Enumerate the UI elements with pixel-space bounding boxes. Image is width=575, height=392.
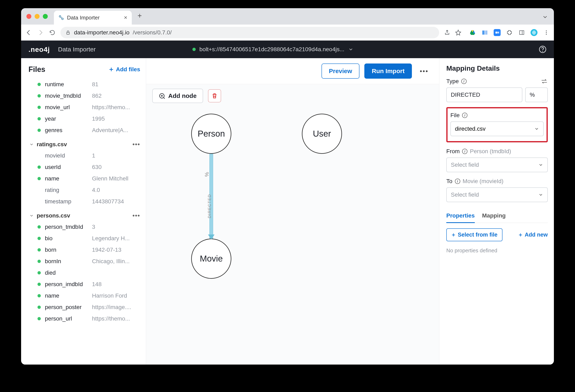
app-title: Data Importer: [58, 46, 96, 53]
browser-tab[interactable]: Data Importer ×: [54, 11, 132, 24]
field-row[interactable]: nameGlenn Mitchell: [28, 173, 142, 184]
file-group-more-icon[interactable]: •••: [132, 212, 140, 219]
to-field-select[interactable]: Select field: [446, 187, 548, 202]
field-row[interactable]: movie_urlhttps://themo...: [28, 102, 142, 113]
to-sublabel: Movie (movieId): [463, 178, 503, 184]
add-files-label: Add files: [116, 66, 140, 73]
connection-selector[interactable]: bolt+s://85474006517e1dc2988064c7a2109d4…: [192, 46, 354, 53]
node-movie[interactable]: Movie: [191, 239, 231, 279]
file-list[interactable]: runtime81movie_tmdbId862movie_urlhttps:/…: [21, 77, 146, 365]
field-name: born: [45, 247, 92, 253]
info-icon[interactable]: i: [462, 149, 467, 154]
field-row[interactable]: movie_tmdbId862: [28, 90, 142, 102]
ext-zoom-icon[interactable]: [494, 29, 501, 36]
from-field-select[interactable]: Select field: [446, 158, 548, 172]
ext-panel-icon[interactable]: [518, 29, 525, 36]
field-row[interactable]: rating4.0: [28, 184, 142, 196]
file-group-header[interactable]: persons.csv•••: [28, 207, 142, 221]
delete-button[interactable]: [208, 89, 221, 102]
tab-mapping[interactable]: Mapping: [482, 209, 506, 223]
window-maximize[interactable]: [43, 14, 48, 19]
select-from-file-button[interactable]: Select from file: [446, 228, 503, 241]
field-value: Glenn Mitchell: [92, 175, 128, 182]
nav-back-icon[interactable]: [25, 29, 32, 36]
tab-close-icon[interactable]: ×: [124, 14, 127, 21]
info-icon[interactable]: i: [461, 79, 467, 84]
field-row[interactable]: movieId1: [28, 150, 142, 161]
field-row[interactable]: died: [28, 267, 142, 278]
canvas-area: Preview Run Import ••• Add node Person U…: [146, 58, 439, 365]
add-node-button[interactable]: Add node: [152, 89, 203, 103]
field-row[interactable]: person_imdbId148: [28, 278, 142, 290]
nav-forward-icon[interactable]: [37, 29, 44, 36]
to-label: To: [446, 178, 453, 184]
field-name: person_poster: [45, 304, 92, 310]
field-row[interactable]: timestamp1443807734: [28, 196, 142, 207]
tab-favicon-icon: [58, 15, 64, 21]
type-pct-input[interactable]: [525, 88, 548, 102]
tab-overflow-icon[interactable]: [542, 14, 548, 20]
chevron-down-icon[interactable]: [29, 142, 34, 147]
info-icon[interactable]: i: [455, 179, 460, 184]
field-row[interactable]: born1942-07-13: [28, 244, 142, 255]
file-group-more-icon[interactable]: •••: [132, 141, 140, 148]
select-from-file-label: Select from file: [458, 232, 498, 238]
file-group-header[interactable]: ratings.csv•••: [28, 136, 142, 150]
run-import-button[interactable]: Run Import: [364, 64, 412, 79]
ext-profile-icon[interactable]: [530, 29, 537, 36]
mapped-dot-icon: [38, 225, 41, 229]
field-row[interactable]: bioLegendary H...: [28, 233, 142, 244]
preview-button[interactable]: Preview: [321, 64, 359, 79]
new-tab-button[interactable]: +: [135, 10, 145, 21]
field-row[interactable]: nameHarrison Ford: [28, 290, 142, 301]
nav-reload-icon[interactable]: [49, 29, 55, 36]
field-row[interactable]: person_urlhttps://themo...: [28, 313, 142, 324]
mapped-dot-icon: [38, 260, 41, 263]
info-icon[interactable]: i: [462, 113, 467, 118]
node-person[interactable]: Person: [191, 114, 231, 154]
ext-translate-icon[interactable]: [481, 29, 488, 36]
graph-canvas[interactable]: Person User Movie DIRECTED %: [146, 108, 439, 365]
add-node-label: Add node: [168, 92, 196, 99]
ext-drive-icon[interactable]: [469, 29, 476, 36]
no-properties-message: No properties defined: [446, 247, 548, 254]
connection-url: bolt+s://85474006517e1dc2988064c7a2109d4…: [199, 46, 344, 53]
field-row[interactable]: person_tmdbId3: [28, 221, 142, 233]
mapped-dot-icon: [38, 306, 41, 309]
svg-rect-7: [482, 30, 485, 35]
ext-puzzle-icon[interactable]: [506, 29, 513, 36]
node-user[interactable]: User: [302, 114, 342, 154]
field-name: person_imdbId: [45, 281, 92, 288]
file-group-name: persons.csv: [37, 212, 70, 219]
add-new-button[interactable]: Add new: [518, 232, 548, 238]
canvas-more-icon[interactable]: •••: [417, 67, 431, 75]
from-placeholder: Select field: [451, 161, 479, 168]
help-icon[interactable]: [539, 46, 547, 53]
file-select[interactable]: directed.csv: [450, 121, 544, 136]
window-close[interactable]: [26, 14, 31, 19]
add-files-button[interactable]: Add files: [109, 66, 140, 73]
bookmark-icon[interactable]: [455, 29, 461, 36]
from-sublabel: Person (tmdbId): [470, 148, 511, 155]
swap-direction-icon[interactable]: [541, 79, 548, 84]
details-title: Mapping Details: [446, 64, 548, 72]
chevron-down-icon[interactable]: [29, 213, 34, 218]
type-input[interactable]: [446, 88, 522, 102]
window-minimize[interactable]: [35, 14, 40, 19]
field-row[interactable]: runtime81: [28, 79, 142, 90]
browser-menu-icon[interactable]: [543, 29, 550, 36]
mapped-dot-icon: [38, 283, 41, 286]
field-row[interactable]: userId630: [28, 161, 142, 173]
tab-properties[interactable]: Properties: [446, 209, 475, 223]
share-icon[interactable]: [444, 29, 450, 36]
url-input[interactable]: data-importer.neo4j.io/versions/0.7.0/: [60, 27, 439, 38]
field-row[interactable]: bornInChicago, Illin...: [28, 255, 142, 267]
field-value: https://themo...: [92, 315, 130, 322]
neo4j-logo: .neo4j: [28, 46, 50, 53]
field-row[interactable]: year1995: [28, 113, 142, 124]
field-row[interactable]: genresAdventure|A...: [28, 124, 142, 136]
sidebar-title: Files: [28, 65, 45, 74]
field-row[interactable]: person_posterhttps://image....: [28, 301, 142, 313]
svg-rect-3: [67, 32, 70, 34]
extension-icons: [469, 29, 550, 36]
